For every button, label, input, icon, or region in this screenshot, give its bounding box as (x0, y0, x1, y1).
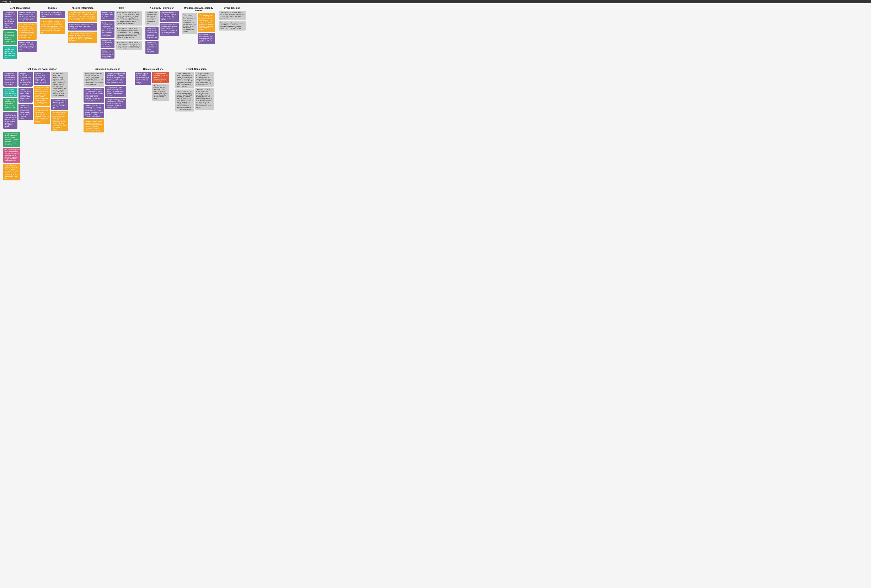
section-overall: Overall Conclusion "Overall, I like the … (175, 68, 217, 181)
section-title-unaddressed: Unaddressed Accessibility Issues (182, 7, 215, 12)
list-item: Participant pointed out that the cart ov… (51, 98, 68, 110)
list-item: Participant was self-reliant in their na… (3, 11, 16, 29)
section-curious: Curious Participant was curious about th… (40, 7, 65, 59)
section-title-negative: Negative reactions (135, 68, 172, 70)
list-item: "The onboarding was straightforward, and… (34, 107, 50, 124)
list-item: Participant was conscious about the onbo… (3, 30, 16, 45)
cart-cols: Participant makes note of there being no… (100, 11, 142, 58)
list-item: Participant was satisfied with the cart … (100, 39, 114, 48)
list-item: "Adding a product to the cart was straig… (84, 72, 104, 87)
confident-cols: Participant was self-reliant in their na… (3, 11, 37, 59)
list-item: "The order tracking and order details ta… (218, 11, 245, 20)
task-col2: Participant successfully completed and w… (18, 72, 33, 131)
section-title-order-tracking: Order Tracking (218, 7, 245, 9)
ambiguity-col2: Participant was unsure of the correct ta… (160, 11, 179, 54)
list-item: Participant was satisfied with the simpl… (3, 98, 18, 111)
section-task-success: Task Success / Appreciation Participant … (3, 68, 80, 181)
list-item: "The checkout section was quite clear, a… (68, 11, 97, 22)
section-confident: Confident/Decisive Participant was self-… (3, 7, 37, 59)
list-item: "The checkout process was smooth. I coul… (51, 111, 68, 131)
list-item: "I can see that there is a list going on… (40, 19, 65, 34)
list-item: "The checkout process was not quite acce… (182, 13, 197, 34)
list-item: Participant makes note of there being no… (100, 11, 114, 20)
top-section-row: Confident/Decisive Participant was self-… (3, 7, 868, 59)
section-cart: Cart Participant makes note of there bei… (100, 7, 142, 59)
list-item: Participant was optimistic towards the a… (3, 72, 18, 87)
bottom-section-row: Task Success / Appreciation Participant … (3, 68, 868, 181)
negative-col2: Participant displayed while going throug… (152, 72, 169, 101)
unaddressed-col1: "The checkout process was not quite acce… (182, 13, 197, 44)
list-item: "Adding a product to the cart was fairly… (115, 11, 142, 25)
section-ambiguity: Ambiguity / Confusion "ok yes this looks… (145, 7, 179, 59)
overall-col2: "The app is good, but it could be more u… (195, 72, 214, 112)
list-item: Participant was not able to understand t… (160, 23, 179, 36)
section-unaddressed: Unaddressed Accessibility Issues "The ch… (182, 7, 215, 59)
list-item: "The checkout process was easy to follow… (198, 13, 215, 32)
confident-col2: Participant was well versed in icon conv… (18, 11, 37, 59)
section-critiques: Critiques / Suggestions "Adding a produc… (84, 68, 131, 181)
list-item: "Order summary is always a nice thing to… (3, 164, 20, 181)
section-title-ambiguity: Ambiguity / Confusion (145, 7, 179, 9)
list-item: Participant wanted to be made aware of d… (68, 23, 97, 30)
ambiguity-cols: "ok yes this looks pretty neat there is … (145, 11, 179, 54)
list-item: Participant must navigate the flow and p… (100, 21, 114, 38)
missing-cards: "The checkout section was quite clear, a… (68, 11, 97, 43)
order-tracking-cards: "The order tracking and order details ta… (218, 11, 245, 30)
list-item: "The onboarding process and app overview… (68, 31, 97, 43)
section-title-critiques: Critiques / Suggestions (84, 68, 131, 70)
critiques-col2: Participant was happy with the overall u… (105, 72, 126, 133)
section-missing: Missing Information "The checkout sectio… (68, 7, 97, 59)
list-item: Participant was not very fond of going t… (145, 27, 159, 40)
list-item: Participant was happy about the simple a… (3, 88, 18, 97)
list-item: Participant was well versed in icon conv… (18, 11, 37, 22)
section-title-confident: Confident/Decisive (3, 7, 37, 9)
list-item: Participant is successful in her process… (34, 72, 50, 85)
task-col3: Participant is successful in her process… (34, 72, 50, 131)
list-item: Participant felt the product marketplace… (105, 86, 126, 97)
list-item: "The onboarding process was straightforw… (51, 72, 68, 98)
list-item: Participant was critical in the user rol… (84, 88, 104, 102)
section-negative: Negative reactions Participant displayed… (135, 68, 172, 181)
list-item: Participant pointed out that the task wa… (84, 104, 104, 118)
unaddressed-cols: "The checkout process was not quite acce… (182, 13, 215, 44)
cart-col1: Participant makes note of there being no… (100, 11, 114, 58)
confident-col1: Participant was self-reliant in their na… (3, 11, 16, 59)
list-item: Participant was curious about the functi… (40, 11, 65, 18)
section-title-cart: Cart (100, 7, 142, 9)
ambiguity-col1: "ok yes this looks pretty neat there is … (145, 11, 159, 54)
negative-cols: Participant displayed annoyance at the i… (135, 72, 172, 101)
cart-col2: "Adding a product to the cart was fairly… (115, 11, 142, 58)
list-item: "The checkout process felt seamless. I c… (34, 86, 50, 106)
critiques-cols: "Adding a product to the cart was straig… (84, 72, 131, 133)
list-item: Participant was simple and straight forw… (18, 88, 33, 102)
section-order-tracking: Order Tracking "The order tracking and o… (218, 7, 245, 59)
list-item: Participant was happy with the overall u… (105, 72, 126, 85)
list-item: Participant was decisive and made note o… (18, 41, 37, 52)
list-item: Participant completed the task without a… (3, 132, 20, 147)
list-item: Participant had a requirement and relied… (198, 33, 215, 44)
list-item: "ok yes this looks pretty neat there is … (145, 11, 159, 25)
list-item: "The profile and orders tabs had some ac… (218, 21, 245, 30)
list-item: Participant was unsure of the correct ta… (160, 11, 179, 22)
list-item: Participant was happy with the overall u… (105, 98, 126, 109)
list-item: Participant was facing difficulties in n… (145, 41, 159, 54)
list-item: Participant displayed annoyance at the i… (135, 72, 151, 85)
section-title-curious: Curious (40, 7, 65, 9)
section-title-task-success: Task Success / Appreciation (3, 68, 80, 70)
list-item: "The order tracking and order details ta… (3, 148, 20, 163)
canvas: Confident/Decisive Participant was self-… (0, 3, 871, 587)
list-item: Participant displayed interest toward th… (84, 119, 104, 133)
curious-cards: Participant was curious about the functi… (40, 11, 65, 34)
section-title-missing: Missing Information (68, 7, 97, 9)
task-col5: Participant completed the task without a… (3, 132, 20, 181)
list-item: "Oh it seems I missed this on my first l… (18, 23, 37, 40)
list-item: "The app is good, but it could be more u… (195, 72, 214, 87)
section-title-overall: Overall Conclusion (175, 68, 217, 70)
list-item: "Accessibility is critical, and this app… (195, 88, 214, 110)
list-item: Participant successfully completed and w… (18, 72, 33, 87)
overall-cols: "Overall, I like the eco-product marketp… (175, 72, 217, 112)
task-col1: Participant was optimistic towards the a… (3, 72, 18, 131)
list-item: "Overall, I found the eco-product market… (175, 90, 194, 112)
unaddressed-col2: "The checkout process was easy to follow… (198, 13, 215, 44)
app-bar: Affinity Map (0, 0, 871, 3)
